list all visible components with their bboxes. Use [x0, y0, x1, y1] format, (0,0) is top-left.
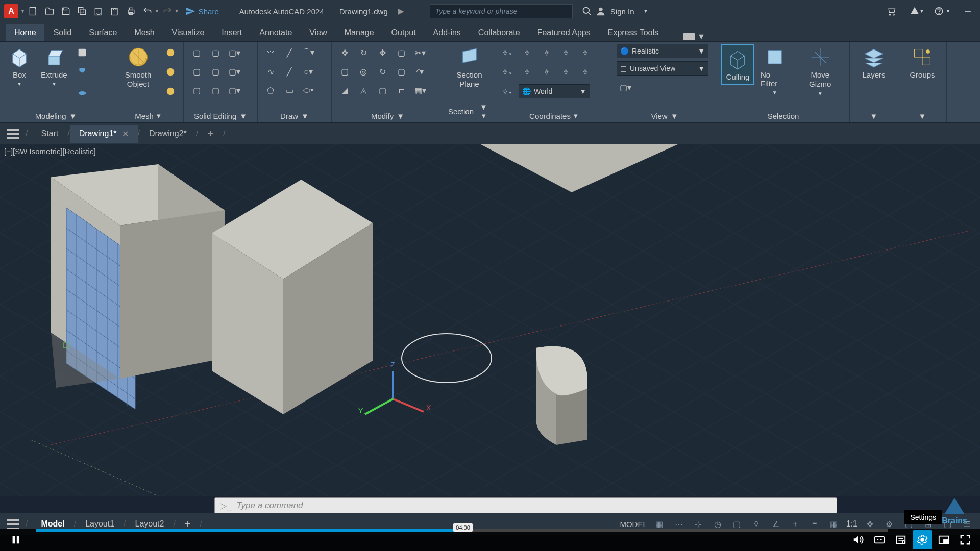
command-input[interactable]: ▷_ Type a command — [214, 497, 837, 514]
array-path-icon[interactable]: ▢ — [393, 63, 410, 80]
panel-groups-expand[interactable]: ▼ — [902, 110, 942, 122]
align-icon[interactable]: ◬ — [355, 82, 372, 99]
save-icon[interactable] — [58, 4, 74, 19]
ucs-icon-3[interactable]: ⎀ — [538, 44, 555, 61]
move-icon[interactable]: ✥ — [374, 44, 391, 61]
tab-featured-apps[interactable]: Featured Apps — [529, 24, 599, 41]
trim-3d-icon[interactable]: ✂▾ — [411, 44, 429, 61]
circle-icon[interactable]: ○▾ — [300, 63, 317, 80]
undo-icon[interactable] — [139, 4, 156, 19]
subtract-icon[interactable]: ▢ — [207, 44, 224, 61]
panel-label-coordinates[interactable]: Coordinates ▾ — [499, 109, 608, 122]
presspull-icon[interactable] — [74, 63, 91, 81]
groups-button[interactable]: Groups — [905, 44, 939, 81]
doc-nav-icon[interactable]: ▶ — [398, 7, 404, 16]
erase-icon[interactable]: ◢ — [336, 82, 353, 99]
panel-label-mesh[interactable]: Mesh ▾ — [116, 109, 179, 122]
mesh-more-icon[interactable] — [162, 44, 179, 61]
help-icon[interactable]: ▼ — [934, 4, 950, 19]
section-plane-button[interactable]: Section Plane — [448, 44, 491, 91]
panel-label-modeling[interactable]: Modeling ▼ — [4, 110, 108, 122]
mesh-less-icon[interactable] — [162, 63, 179, 81]
close-icon[interactable]: ✕ — [122, 129, 129, 139]
tab-home[interactable]: Home — [6, 24, 44, 41]
ucs-combo[interactable]: 🌐 World▼ — [519, 84, 590, 98]
ucs-icon-11[interactable]: ⎀▾ — [499, 83, 517, 100]
ucs-icon-4[interactable]: ⎀ — [557, 44, 575, 61]
union-icon[interactable]: ▢ — [188, 44, 205, 61]
panel-label-view[interactable]: View ▼ — [617, 110, 713, 122]
3dpoly-icon[interactable]: ╱ — [281, 63, 298, 80]
redo-arrow[interactable]: ▼ — [175, 9, 179, 14]
minimize-icon[interactable] — [960, 4, 976, 19]
panel-label-section[interactable]: Section ▼ ▾ — [448, 101, 491, 122]
thicken-icon[interactable]: ▢ — [207, 82, 224, 99]
tab-surface[interactable]: Surface — [81, 24, 125, 41]
mirror-3d-icon[interactable]: ▢ — [336, 63, 353, 80]
view-combo[interactable]: ▥ Unsaved View▼ — [617, 61, 708, 76]
redo-icon[interactable] — [159, 4, 176, 19]
ucs-icon-8[interactable]: ⎀ — [538, 63, 555, 81]
revolve-icon[interactable] — [74, 83, 91, 100]
transcript-icon[interactable] — [891, 530, 911, 549]
intersect-icon[interactable]: ▢▾ — [226, 44, 243, 61]
new-drawing-tab[interactable]: + — [198, 123, 223, 144]
move-gizmo-button[interactable]: Move Gizmo▼ — [795, 44, 845, 98]
fullscreen-icon[interactable] — [955, 530, 975, 549]
volume-icon[interactable] — [848, 530, 868, 549]
scale-label[interactable]: 1:1 — [846, 519, 857, 529]
signin-button[interactable]: Sign In ▼ — [595, 6, 648, 17]
tab-insert[interactable]: Insert — [213, 24, 250, 41]
new-icon[interactable] — [25, 4, 41, 19]
move-3d-icon[interactable]: ✥ — [336, 44, 353, 61]
ucs-icon-6[interactable]: ⎀▾ — [499, 63, 517, 81]
fillet-icon[interactable]: ◜▾ — [411, 63, 429, 80]
captions-icon[interactable] — [870, 530, 889, 549]
taper-face-icon[interactable]: ▢ — [207, 63, 224, 80]
ucs-icon-2[interactable]: ⎀ — [519, 44, 536, 61]
share-button[interactable]: Share — [185, 6, 219, 16]
ribbon-dropdown-icon[interactable]: ▼ — [683, 32, 705, 41]
view-more-icon[interactable]: ▢▾ — [617, 79, 634, 96]
search-input[interactable]: Type a keyword or phrase — [430, 4, 573, 18]
mesh-refine-icon[interactable] — [162, 83, 179, 100]
cloud-save-icon[interactable] — [107, 4, 123, 19]
cart-icon[interactable] — [883, 4, 899, 19]
align-3d-icon[interactable]: ▢ — [393, 44, 410, 61]
arc-icon[interactable]: ⌒▾ — [300, 44, 317, 61]
settings-icon[interactable] — [913, 530, 932, 549]
extrude-face-icon[interactable]: ▢ — [188, 63, 205, 80]
ellipse-icon[interactable]: ⬭▾ — [300, 82, 317, 99]
tab-collaborate[interactable]: Collaborate — [470, 24, 528, 41]
panel-label-modify[interactable]: Modify ▼ — [336, 110, 439, 122]
tab-express-tools[interactable]: Express Tools — [600, 24, 667, 41]
polygon-icon[interactable]: ⬠ — [262, 82, 279, 99]
ucs-icon-10[interactable]: ⎀ — [577, 63, 594, 81]
rectangle-icon[interactable]: ▭ — [281, 82, 298, 99]
progress-bar[interactable]: 04:00 — [36, 529, 888, 532]
smooth-object-button[interactable]: Smooth Object — [116, 44, 160, 91]
cloud-open-icon[interactable] — [90, 4, 107, 19]
drawing1-tab[interactable]: Drawing1* ✕ — [70, 125, 138, 143]
tab-manage[interactable]: Manage — [336, 24, 382, 41]
edge-edit-icon[interactable]: ▢▾ — [226, 82, 243, 99]
autodesk-app-icon[interactable]: ▼ — [909, 4, 925, 19]
saveall-icon[interactable] — [74, 4, 90, 19]
extrude-button[interactable]: Extrude▼ — [37, 44, 71, 89]
drawing2-tab[interactable]: Drawing2* — [140, 125, 196, 142]
culling-button[interactable]: Culling — [721, 44, 754, 85]
search-icon[interactable] — [579, 4, 595, 19]
line-icon[interactable]: ╱ — [281, 44, 298, 61]
tab-view[interactable]: View — [301, 24, 335, 41]
app-menu-arrow[interactable]: ▼ — [20, 9, 25, 14]
layers-button[interactable]: Layers — [858, 44, 889, 81]
ucs-icon-7[interactable]: ⎀ — [519, 63, 536, 81]
face-edit-icon[interactable]: ▢▾ — [226, 63, 243, 80]
scale-3d-icon[interactable]: ◎ — [355, 63, 372, 80]
visual-style-combo[interactable]: 🔵 Realistic▼ — [617, 44, 708, 58]
app-icon[interactable]: A — [4, 4, 18, 18]
tab-addins[interactable]: Add-ins — [425, 24, 469, 41]
print-icon[interactable] — [123, 4, 139, 19]
tab-output[interactable]: Output — [383, 24, 424, 41]
panel-label-solid-editing[interactable]: Solid Editing ▼ — [188, 110, 253, 122]
